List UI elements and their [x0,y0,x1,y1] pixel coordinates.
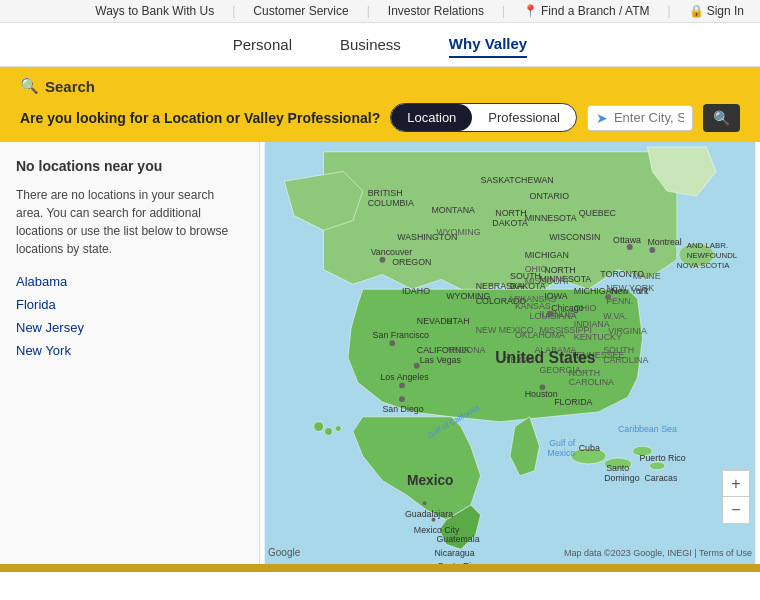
svg-text:Vancouver: Vancouver [371,247,413,257]
map-credit: Map data ©2023 Google, INEGI | Terms of … [564,548,752,558]
nav-business[interactable]: Business [340,32,401,57]
svg-text:W.VA.: W.VA. [603,311,627,321]
navigate-icon: ➤ [596,110,608,126]
svg-point-5 [314,422,324,432]
svg-text:Mexico City: Mexico City [414,525,460,535]
svg-text:ARIZONA: ARIZONA [446,345,485,355]
zoom-controls: + − [722,470,750,524]
map-area[interactable]: BRITISH COLUMBIA WASHINGTON OREGON IDAHO… [260,142,760,564]
svg-text:Ottawa: Ottawa [613,235,641,245]
svg-text:New York: New York [611,286,649,296]
state-link-new-york[interactable]: New York [16,343,243,358]
svg-text:SOUTH: SOUTH [603,345,634,355]
svg-text:Los Angeles: Los Angeles [380,372,429,382]
left-panel: No locations near you There are no locat… [0,142,260,564]
utility-bar: Ways to Bank With Us | Customer Service … [0,0,760,23]
svg-point-72 [423,501,427,505]
svg-text:Costa Rica: Costa Rica [437,561,480,564]
zoom-in-button[interactable]: + [723,471,749,497]
svg-text:NEWFOUNDL: NEWFOUNDL [687,251,738,260]
svg-text:NOVA SCOTIA: NOVA SCOTIA [677,261,730,270]
svg-text:NORTH: NORTH [569,368,600,378]
svg-text:FLORIDA: FLORIDA [554,397,592,407]
map-svg: BRITISH COLUMBIA WASHINGTON OREGON IDAHO… [260,142,760,564]
svg-text:Guadalajara: Guadalajara [405,509,453,519]
svg-text:SASKATCHEWAN: SASKATCHEWAN [481,175,554,185]
ways-to-bank-link[interactable]: Ways to Bank With Us [95,4,214,18]
svg-point-53 [389,340,395,346]
search-bar-section: 🔍 Search Are you looking for a Location … [0,67,760,142]
svg-text:Gulf of: Gulf of [549,438,576,448]
svg-text:MAINE: MAINE [633,271,661,281]
svg-text:AND LABR.: AND LABR. [687,241,728,250]
investor-relations-link[interactable]: Investor Relations [388,4,484,18]
professional-toggle-btn[interactable]: Professional [472,104,576,131]
svg-text:VIRGINIA: VIRGINIA [608,326,647,336]
search-magnifier-icon: 🔍 [20,77,39,95]
search-icon: 🔍 [713,110,730,126]
svg-point-6 [325,428,333,436]
svg-text:MONTANA: MONTANA [431,205,475,215]
svg-text:United States: United States [495,349,596,366]
customer-service-link[interactable]: Customer Service [253,4,348,18]
svg-text:BRITISH: BRITISH [368,188,403,198]
find-branch-link[interactable]: 📍 Find a Branch / ATM [523,4,650,18]
svg-text:WISCONSIN: WISCONSIN [549,232,600,242]
google-watermark: Google [268,547,300,558]
main-nav: Personal Business Why Valley [0,23,760,67]
no-locations-title: No locations near you [16,158,243,174]
svg-text:CAROLINA: CAROLINA [569,377,614,387]
search-row: Are you looking for a Location or Valley… [20,103,740,132]
search-input[interactable] [614,110,684,125]
svg-text:Caracas: Caracas [644,473,677,483]
svg-point-59 [399,396,405,402]
svg-point-57 [399,382,405,388]
svg-text:Mexico: Mexico [547,448,575,458]
nav-personal[interactable]: Personal [233,32,292,57]
state-link-florida[interactable]: Florida [16,297,243,312]
svg-text:Caribbean Sea: Caribbean Sea [618,424,677,434]
svg-text:MISSOURI: MISSOURI [525,276,569,286]
svg-point-4 [649,462,665,470]
svg-text:COLUMBIA: COLUMBIA [368,198,414,208]
svg-text:WYOMING: WYOMING [436,227,480,237]
toggle-group: Location Professional [390,103,577,132]
svg-text:NORTH: NORTH [495,208,526,218]
svg-text:QUEBEC: QUEBEC [579,208,617,218]
svg-text:IDAHO: IDAHO [402,286,430,296]
state-link-alabama[interactable]: Alabama [16,274,243,289]
svg-text:Las Vegas: Las Vegas [420,355,462,365]
svg-text:UTAH: UTAH [446,316,469,326]
no-locations-description: There are no locations in your search ar… [16,186,243,258]
svg-text:OREGON: OREGON [392,257,431,267]
svg-text:LOUISIANA: LOUISIANA [530,311,577,321]
content-area: No locations near you There are no locat… [0,142,760,564]
location-toggle-btn[interactable]: Location [391,104,472,131]
svg-point-69 [649,247,655,253]
svg-text:Cuba: Cuba [579,443,600,453]
svg-text:ARKANSAS: ARKANSAS [508,294,556,304]
svg-text:DAKOTA: DAKOTA [492,218,528,228]
location-pin-icon: 📍 [523,4,538,18]
svg-text:Puerto Rico: Puerto Rico [640,453,686,463]
search-submit-button[interactable]: 🔍 [703,104,740,132]
svg-text:Mexico: Mexico [407,473,454,488]
bottom-bar [0,564,760,572]
svg-text:Guatemala: Guatemala [436,534,479,544]
state-link-new-jersey[interactable]: New Jersey [16,320,243,335]
zoom-out-button[interactable]: − [723,497,749,523]
svg-point-7 [335,426,341,432]
svg-text:OHIO: OHIO [525,264,548,274]
svg-text:NORTH: NORTH [544,265,575,275]
search-input-wrap: ➤ [587,105,693,131]
svg-text:Santo: Santo [606,463,629,473]
svg-text:Montreal: Montreal [647,237,681,247]
nav-why-valley[interactable]: Why Valley [449,31,527,58]
search-question: Are you looking for a Location or Valley… [20,110,380,126]
svg-text:MICHIGAN: MICHIGAN [525,250,569,260]
sign-in-link[interactable]: 🔒 Sign In [689,4,744,18]
svg-text:Domingo: Domingo [604,473,639,483]
svg-point-51 [379,257,385,263]
svg-text:MINNESOTA: MINNESOTA [525,213,577,223]
svg-point-74 [431,518,435,522]
